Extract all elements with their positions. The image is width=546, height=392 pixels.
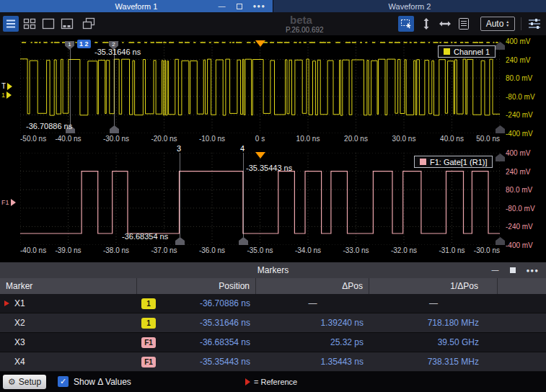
waveform-2-time-axis: -40.0 ns-39.0 ns-38.0 ns-37.0 ns-36.0 ns… [0,246,546,255]
marker-x3-position-annotation: -36.68354 ns [122,232,168,241]
axis-tick-label: -240 mV [506,111,533,119]
f1-color-swatch [420,159,426,165]
marker-dpos-value: 25.32 ps [256,337,369,347]
axis-tick-label: -400 mV [506,130,533,138]
marker-source-badge: 1 [141,298,156,309]
horizontal-scale-tool-icon[interactable] [437,16,453,32]
marker-position-value: -35.35443 ns [166,357,256,367]
marker-x4-line[interactable] [243,153,244,245]
marker-inv-dpos-value: 738.315 MHz [369,357,498,367]
layout-single-icon[interactable] [3,16,19,32]
toolbar: beta P.26.00.692 Auto ▲▼ [0,12,546,36]
channel-1-ground-marker[interactable]: 1 [1,92,12,99]
marker-dpos-value: 1.35443 ns [256,357,369,367]
results-list-icon[interactable] [456,16,472,32]
more-options-icon[interactable]: ●●● [253,3,266,9]
tab-waveform-1-label: Waveform 1 [115,2,158,11]
trigger-position-icon[interactable] [255,152,265,159]
reference-legend-label: = Reference [254,378,297,386]
axis-tick-label: -30.0 ns [103,135,129,143]
reference-arrow-icon [4,300,9,306]
marker-position-value: -35.31646 ns [166,318,256,328]
axis-tick-label: 240 mV [506,168,530,176]
layout-pip-icon[interactable] [59,16,75,32]
marker-x3-label[interactable]: 3 [177,144,181,153]
setup-button-label: Setup [19,377,41,387]
axis-tick-label: -39.0 ns [55,246,81,254]
marker-pair-badge[interactable]: 1 2 [77,40,91,48]
axis-tick-label: -37.0 ns [151,246,177,254]
marker-x1-flag-label: 1 [68,41,71,50]
auto-scale-label: Auto [486,19,504,29]
axis-tick-label: -33.0 ns [343,246,369,254]
gear-icon: ⚙ [8,377,16,387]
column-header-marker[interactable]: Marker [0,278,137,294]
axis-tick-label: -50.0 ns [20,135,46,143]
marker-x1-line[interactable] [70,41,71,133]
axis-tick-label: -31.0 ns [439,246,464,254]
axis-tick-label: -32.0 ns [391,246,417,254]
markers-bottom-bar: ⚙ Setup ✓ Show Δ Values = Reference [0,372,546,392]
maximize-icon[interactable] [510,267,516,273]
trigger-level-marker[interactable]: T [1,82,12,90]
table-row-x2[interactable]: X2 1 -35.31646 ns 1.39240 ns 718.180 MHz [0,313,546,333]
f1-ground-label: F1 [1,199,9,206]
f1-badge[interactable]: F1: Gate[1 (R1)] [414,156,493,168]
maximize-icon[interactable] [237,4,242,9]
f1-ground-arrow-icon [11,199,16,206]
table-row-x4[interactable]: X4 F1 -35.35443 ns 1.35443 ns 738.315 MH… [0,352,546,372]
show-delta-checkbox[interactable]: ✓ [58,376,69,387]
marker-x4-position-annotation: -35.35443 ns [246,164,292,172]
show-delta-label: Show Δ Values [74,377,131,387]
more-options-icon[interactable]: ●●● [527,267,540,274]
oscilloscope-app: Waveform 1 — ●●● Waveform 2 beta P.2 [0,0,546,392]
reference-legend-icon [245,378,250,386]
minimize-icon[interactable]: — [492,267,499,274]
axis-tick-label: -35.0 ns [247,246,273,254]
column-header-dpos[interactable]: ΔPos [256,278,369,294]
channel-1-badge[interactable]: Channel 1 [438,45,496,58]
auto-updown-icon: ▲▼ [506,20,509,27]
markers-panel-titlebar[interactable]: Markers — ●●● [0,262,546,278]
axis-tick-label: -34.0 ns [295,246,321,254]
layout-full-icon[interactable] [40,16,56,32]
table-row-x1[interactable]: X1 1 -36.70886 ns — — [0,294,546,313]
auto-scale-button[interactable]: Auto ▲▼ [480,17,515,31]
axis-tick-label: 20.0 ns [344,135,368,143]
marker-source-badge: 1 [141,318,156,329]
marker-position-value: -36.70886 ns [166,298,256,308]
layout-grid-icon[interactable] [22,16,38,32]
marker-x2-position-annotation: -35.31646 ns [94,48,141,56]
tab-waveform-2[interactable]: Waveform 2 [273,0,546,12]
marker-x4-label[interactable]: 4 [240,144,245,153]
waveform-1-plot[interactable] [20,41,500,133]
trigger-position-icon[interactable] [255,40,265,47]
column-header-position[interactable]: Position [137,278,256,294]
marker-inv-dpos-value: 39.50 GHz [369,337,498,347]
column-header-spacer [498,278,546,294]
f1-badge-label: F1: Gate[1 (R1)] [430,158,487,166]
axis-tick-label: 240 mV [506,56,530,64]
markers-panel-title: Markers [257,265,289,275]
settings-sliders-icon[interactable] [527,16,542,32]
window-titlebar: Waveform 1 — ●●● Waveform 2 [0,0,546,12]
axis-tick-label: -36.0 ns [199,246,225,254]
waveform-1-time-axis: -50.0 ns-40.0 ns-30.0 ns-20.0 ns-10.0 ns… [0,135,546,143]
vertical-scale-tool-icon[interactable] [418,16,434,32]
axis-tick-label: 0 s [255,135,265,143]
table-row-x3[interactable]: X3 F1 -36.68354 ns 25.32 ps 39.50 GHz [0,333,546,352]
zoom-select-tool-icon[interactable] [398,16,414,32]
channel-1-ground-arrow-icon [6,92,12,99]
axis-tick-label: 80.0 mV [506,74,532,82]
marker-x3-line[interactable] [180,153,180,245]
layout-cascade-icon[interactable] [81,16,97,32]
axis-tick-label: -30.0 ns [474,246,500,254]
minimize-icon[interactable]: — [219,3,226,10]
channel-1-ground-label: 1 [1,92,5,99]
column-header-inv-dpos[interactable]: 1/ΔPos [369,278,498,294]
marker-inv-dpos-value: — [369,298,498,308]
f1-ground-marker[interactable]: F1 [1,199,16,206]
setup-button[interactable]: ⚙ Setup [3,375,46,389]
axis-tick-label: -240 mV [506,223,533,231]
tab-waveform-1[interactable]: Waveform 1 — ●●● [0,0,273,12]
